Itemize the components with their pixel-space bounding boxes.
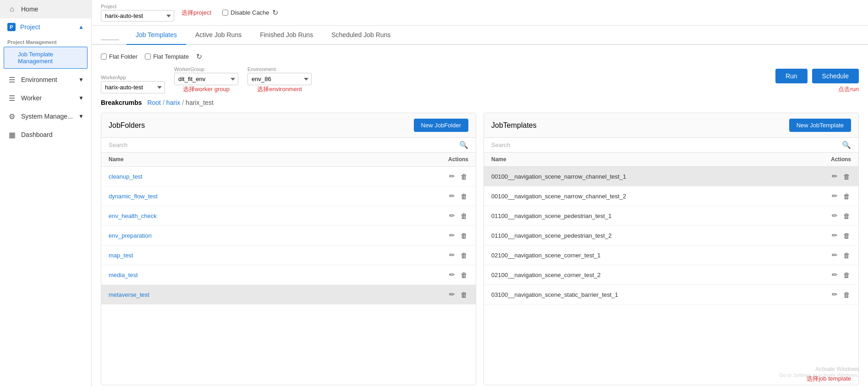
delete-icon[interactable]: 🗑 <box>842 270 851 280</box>
edit-icon[interactable]: ✏ <box>831 230 839 240</box>
template-actions: ✏ 🗑 <box>814 270 851 280</box>
job-templates-panel: JobTemplates New JobTemplate 🔍 Name Acti… <box>483 113 859 385</box>
edit-icon[interactable]: ✏ <box>448 289 456 300</box>
new-job-folder-button[interactable]: New JobFolder <box>414 119 468 132</box>
table-row[interactable]: 03100__navigation_scene_static_barrier_t… <box>484 285 858 305</box>
delete-icon[interactable]: 🗑 <box>842 230 851 240</box>
table-row[interactable]: media_test ✏ 🗑 <box>101 265 476 285</box>
delete-icon[interactable]: 🗑 <box>842 289 851 300</box>
edit-icon[interactable]: ✏ <box>448 191 456 201</box>
edit-icon[interactable]: ✏ <box>448 270 456 280</box>
breadcrumb-sep3: / <box>182 99 184 106</box>
table-row[interactable]: env_health_check ✏ 🗑 <box>101 206 476 226</box>
sidebar-item-job-template-management[interactable]: Job Template Management <box>4 47 88 69</box>
table-row[interactable]: cleanup_test ✏ 🗑 <box>101 167 476 186</box>
breadcrumb-current: harix_test <box>186 99 214 106</box>
sidebar-item-worker-label: Worker <box>21 94 74 102</box>
table-row[interactable]: 00100__navigation_scene_narrow_channel_t… <box>484 167 858 186</box>
action-buttons: Run Schedule <box>775 69 859 83</box>
table-row[interactable]: map_test ✏ 🗑 <box>101 245 476 265</box>
schedule-button[interactable]: Schedule <box>812 69 859 83</box>
refresh-button[interactable]: ↻ <box>272 8 278 17</box>
new-job-template-button[interactable]: New JobTemplate <box>789 119 851 132</box>
table-row[interactable]: env_preparation ✏ 🗑 <box>101 226 476 245</box>
template-name: 02100__navigation_scene_corner_test_2 <box>491 272 814 278</box>
sidebar-item-dashboard-label: Dashboard <box>21 131 84 138</box>
chevron-down-system-icon: ▼ <box>78 113 84 120</box>
table-row[interactable]: metaverse_test ✏ 🗑 <box>101 285 476 305</box>
sidebar-item-worker[interactable]: ☰ Worker ▼ <box>0 89 91 107</box>
flat-folder-checkbox-label[interactable]: Flat Folder <box>101 53 137 60</box>
job-templates-title: JobTemplates <box>491 121 537 130</box>
worker-app-select[interactable]: harix-auto-test <box>101 81 165 93</box>
annotation-environment: 选择environment <box>257 85 302 93</box>
chevron-down-worker-icon: ▼ <box>78 95 84 101</box>
edit-icon[interactable]: ✏ <box>448 171 456 181</box>
table-row[interactable]: 01100__navigation_scene_pedestrian_test_… <box>484 226 858 245</box>
breadcrumb-root[interactable]: Root <box>147 99 161 106</box>
edit-icon[interactable]: ✏ <box>831 289 839 300</box>
project-icon: P <box>7 23 16 31</box>
template-name: 01100__navigation_scene_pedestrian_test_… <box>491 213 814 219</box>
edit-icon[interactable]: ✏ <box>448 230 456 240</box>
delete-icon[interactable]: 🗑 <box>842 171 851 181</box>
watermark-line1: Activate Windows <box>779 366 859 372</box>
breadcrumb-harix[interactable]: harix <box>166 99 180 106</box>
delete-icon[interactable]: 🗑 <box>460 289 468 300</box>
annotation-environment-wrap: Environment env_86 选择environment <box>247 66 312 93</box>
disable-cache-checkbox[interactable] <box>222 10 228 16</box>
sidebar-item-system-manage[interactable]: ⚙ System Manage... ▼ <box>0 107 91 125</box>
folder-actions: ✏ 🗑 <box>432 230 468 240</box>
delete-icon[interactable]: 🗑 <box>460 171 468 181</box>
edit-icon[interactable]: ✏ <box>831 191 839 201</box>
tab-finished-job-runs[interactable]: Finished Job Runs <box>251 26 322 45</box>
table-row[interactable]: 00100__navigation_scene_narrow_channel_t… <box>484 186 858 206</box>
run-button[interactable]: Run <box>775 69 808 83</box>
project-select[interactable]: harix-auto-test <box>101 10 174 22</box>
flat-template-checkbox-label[interactable]: Flat Template <box>145 53 189 60</box>
job-folders-search-bar: 🔍 <box>101 138 476 153</box>
environment-select[interactable]: env_86 <box>247 73 312 85</box>
tab-scheduled-job-runs[interactable]: Scheduled Job Runs <box>322 26 400 45</box>
worker-group-select[interactable]: dit_fit_env <box>174 73 238 85</box>
tab-job-templates[interactable]: Job Templates <box>126 26 186 45</box>
table-row[interactable]: 02100__navigation_scene_corner_test_1 ✏ … <box>484 245 858 265</box>
delete-icon[interactable]: 🗑 <box>460 191 468 201</box>
sidebar: ⌂ Home P Project ▲ Project Management Jo… <box>0 0 92 387</box>
job-folders-search-input[interactable] <box>109 142 456 148</box>
edit-icon[interactable]: ✏ <box>831 171 839 181</box>
delete-icon[interactable]: 🗑 <box>842 191 851 201</box>
job-templates-search-input[interactable] <box>491 142 839 148</box>
table-row[interactable]: 02100__navigation_scene_corner_test_2 ✏ … <box>484 265 858 285</box>
table-row[interactable]: dynamic_flow_test ✏ 🗑 <box>101 186 476 206</box>
job-templates-table-header: Name Actions <box>484 153 858 167</box>
sidebar-item-environment[interactable]: ☰ Environment ▼ <box>0 71 91 89</box>
windows-watermark: Activate Windows Go to Settings to activ… <box>779 366 859 378</box>
folder-name: dynamic_flow_test <box>109 193 432 200</box>
edit-icon[interactable]: ✏ <box>448 250 456 260</box>
folder-actions: ✏ 🗑 <box>432 270 468 280</box>
flat-folder-checkbox[interactable] <box>101 54 107 60</box>
flat-template-checkbox[interactable] <box>145 54 151 60</box>
sidebar-item-dashboard[interactable]: ▦ Dashboard <box>0 125 91 144</box>
edit-icon[interactable]: ✏ <box>831 211 839 221</box>
filter-refresh-button[interactable]: ↻ <box>196 52 202 61</box>
edit-icon[interactable]: ✏ <box>831 270 839 280</box>
edit-icon[interactable]: ✏ <box>831 250 839 260</box>
table-row[interactable]: 01100__navigation_scene_pedestrian_test_… <box>484 206 858 226</box>
edit-icon[interactable]: ✏ <box>448 211 456 221</box>
delete-icon[interactable]: 🗑 <box>842 211 851 221</box>
disable-cache-checkbox-label[interactable]: Disable Cache <box>222 9 269 16</box>
job-folders-table-header: Name Actions <box>101 153 476 167</box>
sidebar-item-home[interactable]: ⌂ Home <box>0 0 91 18</box>
folder-actions: ✏ 🗑 <box>432 289 468 300</box>
tab-active-job-runs[interactable]: Active Job Runs <box>186 26 251 45</box>
sidebar-item-project[interactable]: P Project ▲ <box>0 18 91 36</box>
delete-icon[interactable]: 🗑 <box>460 211 468 221</box>
delete-icon[interactable]: 🗑 <box>460 230 468 240</box>
template-name: 02100__navigation_scene_corner_test_1 <box>491 252 814 259</box>
search-icon: 🔍 <box>459 141 468 149</box>
delete-icon[interactable]: 🗑 <box>842 250 851 260</box>
delete-icon[interactable]: 🗑 <box>460 270 468 280</box>
delete-icon[interactable]: 🗑 <box>460 250 468 260</box>
